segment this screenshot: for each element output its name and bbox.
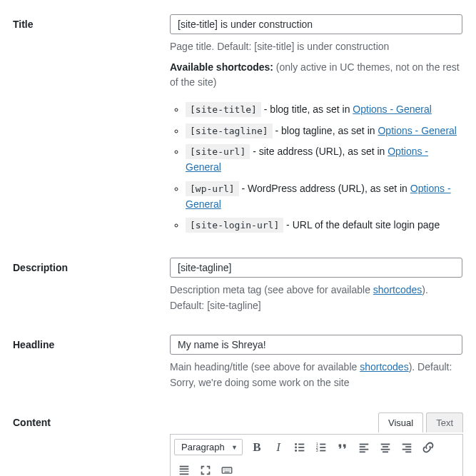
field-title-row: Title Page title. Default: [site-title] … [13,14,463,236]
svg-rect-24 [180,465,189,467]
svg-rect-15 [360,451,365,452]
svg-rect-32 [180,473,189,475]
svg-rect-13 [360,446,365,447]
bullet-list-icon [293,441,306,454]
shortcode-desc: - blog title, as set in [261,103,353,115]
svg-rect-14 [360,448,369,450]
title-input[interactable] [170,14,462,34]
shortcode-desc: - URL of the default site login page [283,219,440,231]
numbered-list-button[interactable]: 123 [311,437,331,457]
shortcode-code: [site-url] [186,144,250,159]
headline-input[interactable] [170,335,462,355]
numbered-list-icon: 123 [315,441,328,454]
shortcodes-link[interactable]: shortcodes [360,361,408,373]
svg-rect-7 [320,443,325,445]
editor-box: Paragraph ▼ B I 123 [170,434,463,476]
editor-toolbar: Paragraph ▼ B I 123 [171,435,462,476]
shortcode-desc: - blog tagline, as set in [273,125,378,136]
svg-rect-25 [180,468,189,470]
field-content-row: Content Visual Text Paragraph ▼ B I [13,412,463,476]
align-left-button[interactable] [354,437,374,457]
svg-text:3: 3 [316,448,318,452]
list-item: [site-title] - blog title, as set in Opt… [186,99,463,121]
list-item: [site-login-url] - URL of the default si… [186,215,463,236]
editor-tabs: Visual Text [375,412,463,432]
read-more-icon [178,464,191,476]
description-input[interactable] [170,258,462,278]
shortcodes-list: [site-title] - blog title, as set in Opt… [170,99,463,236]
link-button[interactable] [418,437,438,457]
align-right-icon [400,441,413,454]
svg-rect-21 [405,446,411,447]
field-headline-row: Headline Main heading/title (see above f… [13,335,463,390]
svg-rect-31 [188,471,189,472]
list-item: [wp-url] - WordPress address (URL), as s… [186,178,463,215]
svg-rect-27 [180,471,181,472]
shortcode-code: [site-title] [186,102,261,117]
align-center-button[interactable] [375,437,395,457]
read-more-button[interactable] [174,460,194,476]
list-item: [site-tagline] - blog tagline, as set in… [186,121,463,142]
align-left-icon [358,441,370,454]
svg-rect-30 [186,471,187,472]
title-help-default: Page title. Default: [site-title] is und… [170,39,463,55]
shortcode-desc: - site address (URL), as set in [250,146,388,157]
editor-wrap: Visual Text Paragraph ▼ B I 123 [170,434,463,476]
svg-rect-22 [402,448,412,450]
title-label: Title [13,14,170,30]
svg-rect-11 [320,450,325,451]
svg-rect-12 [360,443,369,445]
italic-button[interactable]: I [268,437,288,457]
shortcodes-link[interactable]: shortcodes [373,284,422,295]
quote-icon [336,441,349,454]
title-help-shortcodes-intro: Available shortcodes: (only active in UC… [170,60,463,91]
options-general-link[interactable]: Options - General [353,103,432,115]
svg-rect-16 [381,443,390,445]
svg-point-4 [295,450,297,452]
svg-rect-29 [183,471,185,472]
tab-text[interactable]: Text [426,412,463,432]
blockquote-button[interactable] [333,437,353,457]
toolbar-toggle-button[interactable] [217,460,237,476]
svg-rect-17 [383,446,388,447]
svg-rect-20 [402,443,412,445]
align-center-icon [379,441,392,454]
description-field: Description meta tag (see above for avai… [170,258,463,313]
shortcode-code: [site-login-url] [186,218,283,233]
align-right-button[interactable] [397,437,417,457]
svg-rect-19 [383,451,388,452]
headline-label: Headline [13,335,170,350]
title-field: Page title. Default: [site-title] is und… [170,14,463,236]
fullscreen-button[interactable] [196,460,216,476]
options-general-link[interactable]: Options - General [378,125,457,136]
svg-point-2 [295,446,297,448]
svg-rect-5 [298,450,304,451]
list-item: [site-url] - site address (URL), as set … [186,141,463,178]
svg-rect-1 [298,443,304,445]
tab-visual[interactable]: Visual [378,412,423,432]
format-select[interactable]: Paragraph ▼ [174,439,243,455]
svg-rect-3 [298,447,304,448]
available-shortcodes-label: Available shortcodes: [170,61,273,73]
shortcode-code: [site-tagline] [186,123,273,138]
svg-point-0 [295,443,297,445]
content-label: Content [13,412,170,428]
headline-help-a: Main heading/title (see above for availa… [170,361,360,373]
shortcode-desc: - WordPress address (URL), as set in [239,183,410,194]
description-help-a: Description meta tag (see above for avai… [170,284,373,295]
svg-rect-23 [405,451,411,452]
svg-rect-18 [381,448,390,450]
headline-field: Main heading/title (see above for availa… [170,335,463,390]
bullet-list-button[interactable] [290,437,310,457]
headline-help: Main heading/title (see above for availa… [170,360,463,390]
svg-rect-28 [181,471,183,472]
format-select-label: Paragraph [181,442,225,452]
bold-button[interactable]: B [247,437,267,457]
field-description-row: Description Description meta tag (see ab… [13,258,463,313]
chevron-down-icon: ▼ [231,444,238,451]
svg-rect-9 [320,447,325,448]
description-help: Description meta tag (see above for avai… [170,283,463,313]
description-label: Description [13,258,170,273]
link-icon [422,441,435,454]
svg-rect-33 [222,467,232,473]
